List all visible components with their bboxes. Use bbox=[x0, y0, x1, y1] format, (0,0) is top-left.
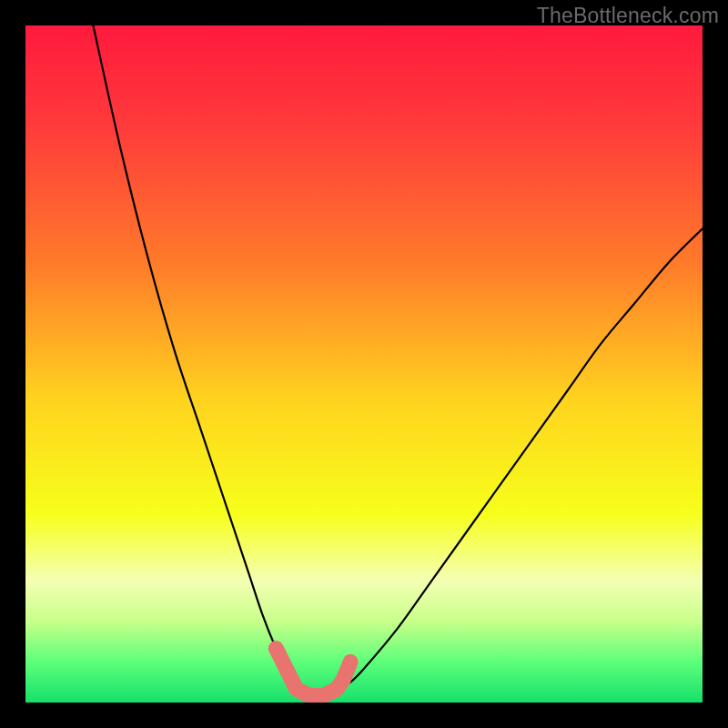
outer-frame: TheBottleneck.com bbox=[0, 0, 728, 728]
chart-svg bbox=[25, 25, 703, 703]
gradient-background bbox=[25, 25, 703, 703]
chart-plot-area bbox=[25, 25, 703, 703]
watermark-text: TheBottleneck.com bbox=[537, 4, 719, 28]
